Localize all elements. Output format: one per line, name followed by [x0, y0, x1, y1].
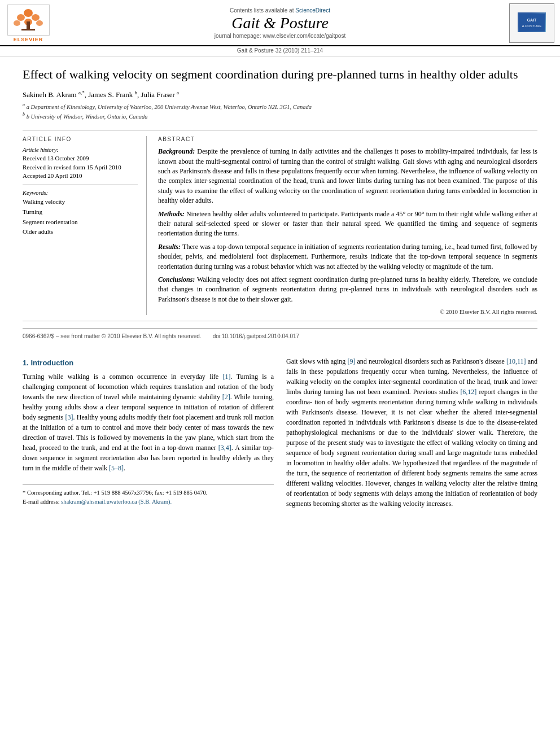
introduction-heading: 1. Introduction	[23, 359, 274, 367]
svg-rect-8	[21, 29, 35, 30]
background-label: Background:	[158, 147, 195, 155]
abstract-title: ABSTRACT	[158, 136, 537, 142]
journal-name: Gait & Posture	[56, 15, 504, 32]
svg-rect-9	[519, 14, 545, 32]
svg-point-4	[14, 20, 20, 26]
journal-center: Contents lists available at ScienceDirec…	[51, 7, 509, 40]
keyword-1: Walking velocity	[23, 197, 138, 207]
ref-6-12[interactable]: [6,12]	[460, 388, 476, 396]
sciencedirect-text: Contents lists available at	[230, 7, 294, 14]
results-label: Results:	[158, 243, 181, 251]
copyright-line: © 2010 Elsevier B.V. All rights reserved…	[158, 309, 537, 315]
ref-2[interactable]: [2]	[222, 393, 230, 401]
authors-line: Sakineh B. Akram a,*, James S. Frank b, …	[23, 90, 537, 99]
article-info-col: ARTICLE INFO Article history: Received 1…	[23, 136, 147, 315]
info-abstract-section: ARTICLE INFO Article history: Received 1…	[23, 130, 537, 321]
main-content: 1. Introduction Turning while walking is…	[0, 351, 560, 525]
article-title: Effect of walking velocity on segment co…	[23, 67, 537, 83]
article-body: Effect of walking velocity on segment co…	[0, 56, 560, 351]
left-column: 1. Introduction Turning while walking is…	[23, 356, 274, 513]
elsevier-label: ELSEVIER	[14, 37, 43, 42]
conclusions-text: Walking velocity does not affect segment…	[158, 276, 537, 303]
sciencedirect-line: Contents lists available at ScienceDirec…	[56, 7, 504, 14]
svg-point-2	[17, 14, 25, 21]
methods-label: Methods:	[158, 210, 185, 218]
intro-paragraph-1: Turning while walking is a common occurr…	[23, 372, 274, 473]
journal-header: ELSEVIER Contents lists available at Sci…	[0, 0, 560, 46]
footnote-area: * Corresponding author. Tel.: +1 519 888…	[23, 484, 274, 506]
revised-date: Received in revised form 15 April 2010	[23, 163, 138, 172]
article-history-title: Article history:	[23, 147, 138, 153]
right-column: Gait slows with aging [9] and neurologic…	[286, 356, 537, 513]
journal-url: journal homepage: www.elsevier.com/locat…	[56, 33, 504, 39]
issn-text: 0966-6362/$ – see front matter © 2010 El…	[23, 333, 202, 339]
elsevier-logo-box	[7, 5, 50, 36]
received-date: Received 13 October 2009	[23, 154, 138, 163]
keyword-3: Segment reorientation	[23, 217, 138, 228]
article-info-title: ARTICLE INFO	[23, 136, 138, 142]
keywords-list: Walking velocity Turning Segment reorien…	[23, 197, 138, 237]
email-link[interactable]: shakram@ahsmail.uwaterloo.ca (S.B. Akram…	[61, 499, 172, 505]
journal-right-logo: GAIT & POSTURE	[509, 3, 554, 43]
two-column-layout: 1. Introduction Turning while walking is…	[23, 356, 537, 513]
elsevier-tree-svg	[11, 7, 45, 33]
footer-info: 0966-6362/$ – see front matter © 2010 El…	[23, 328, 537, 339]
affiliations: a a Department of Kinesiology, Universit…	[23, 102, 537, 121]
abstract-conclusions: Conclusions: Walking velocity does not a…	[158, 275, 537, 304]
ref-10-11[interactable]: [10,11]	[506, 357, 526, 365]
svg-text:GAIT: GAIT	[527, 18, 537, 22]
email-note: E-mail address: shakram@ahsmail.uwaterlo…	[23, 497, 274, 506]
corresponding-author-note: * Corresponding author. Tel.: +1 519 888…	[23, 488, 274, 497]
svg-point-3	[32, 14, 40, 21]
ref-3-4[interactable]: [3,4]	[218, 444, 231, 452]
ref-1[interactable]: [1]	[223, 373, 231, 381]
abstract-methods: Methods: Nineteen healthy older adults v…	[158, 209, 537, 239]
intro-paragraph-2: Gait slows with aging [9] and neurologic…	[286, 356, 537, 509]
ref-3[interactable]: [3]	[65, 413, 73, 421]
abstract-background: Background: Despite the prevalence of tu…	[158, 147, 537, 206]
keyword-2: Turning	[23, 207, 138, 217]
ref-9[interactable]: [9]	[347, 357, 355, 365]
background-text: Despite the prevalence of turning in dai…	[158, 147, 537, 204]
svg-text:& POSTURE: & POSTURE	[522, 24, 542, 28]
keyword-4: Older adults	[23, 227, 138, 237]
author-akram: Sakineh B. Akram	[23, 90, 78, 99]
elsevier-logo: ELSEVIER	[6, 5, 51, 42]
affiliation-a: a a Department of Kinesiology, Universit…	[23, 102, 537, 111]
svg-point-6	[36, 20, 43, 26]
abstract-results: Results: There was a top-down temporal s…	[158, 242, 537, 272]
svg-point-1	[24, 9, 33, 17]
keywords-title: Keywords:	[23, 190, 138, 196]
methods-text: Nineteen healthy older adults volunteere…	[158, 210, 537, 238]
volume-info: Gait & Posture 32 (2010) 211–214	[0, 46, 560, 56]
affiliation-b: b b University of Windsor, Windsor, Onta…	[23, 111, 537, 121]
conclusions-label: Conclusions:	[158, 276, 195, 283]
accepted-date: Accepted 20 April 2010	[23, 172, 138, 180]
results-text: There was a top-down temporal sequence i…	[158, 243, 537, 270]
divider	[23, 185, 138, 185]
ref-5-8[interactable]: [5–8]	[109, 464, 124, 472]
sciencedirect-link[interactable]: ScienceDirect	[295, 7, 330, 14]
doi-text: doi:10.1016/j.gaitpost.2010.04.017	[213, 333, 299, 339]
journal-logo-image: GAIT & POSTURE	[518, 12, 546, 32]
abstract-col: ABSTRACT Background: Despite the prevale…	[158, 136, 537, 315]
